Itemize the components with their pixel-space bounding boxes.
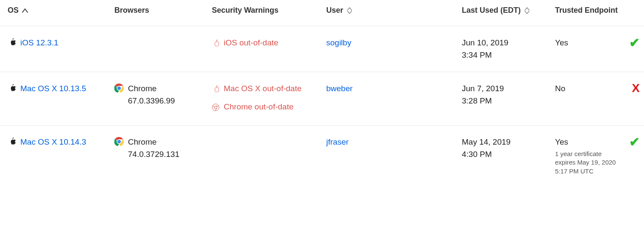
endpoints-table: OS Browsers Security Warnings User (0, 0, 644, 186)
column-header-browsers[interactable]: Browsers (110, 0, 208, 26)
column-header-os[interactable]: OS (0, 0, 110, 26)
os-link[interactable]: Mac OS X 10.13.5 (20, 82, 86, 95)
chrome-outline-icon (212, 102, 219, 115)
apple-outline-icon (212, 84, 219, 96)
table-row: Mac OS X 10.13.5Chrome67.0.3396.99Mac OS… (0, 72, 644, 125)
security-warning-link[interactable]: Mac OS X out-of-date (224, 82, 302, 95)
column-label: Security Warnings (212, 6, 278, 14)
trusted-value: Yes (555, 36, 568, 49)
chrome-icon (114, 84, 124, 96)
column-header-security-warnings[interactable]: Security Warnings (208, 0, 322, 26)
security-warning-link[interactable]: iOS out-of-date (224, 36, 278, 49)
user-link[interactable]: bweber (326, 84, 353, 93)
column-header-last-used[interactable]: Last Used (EDT) (458, 0, 551, 26)
trusted-note: 1 year certificate expires May 19, 2020 … (555, 150, 623, 176)
apple-icon (8, 37, 16, 50)
browser-name: Chrome (128, 136, 180, 148)
last-used-date: Jun 10, 2019 (462, 36, 547, 49)
browser-version: 67.0.3396.99 (128, 95, 175, 107)
os-link[interactable]: iOS 12.3.1 (20, 36, 58, 49)
last-used-date: Jun 7, 2019 (462, 82, 547, 95)
chrome-icon (114, 137, 124, 150)
sort-none-icon (524, 7, 530, 14)
user-link[interactable]: jfraser (326, 137, 349, 146)
check-icon: ✔ (629, 136, 640, 148)
os-link[interactable]: Mac OS X 10.14.3 (20, 136, 86, 148)
last-used-time: 4:30 PM (462, 148, 547, 160)
browser-version: 74.0.3729.131 (128, 148, 180, 160)
user-link[interactable]: sogilby (326, 38, 351, 47)
security-warning-link[interactable]: Chrome out-of-date (224, 101, 294, 113)
last-used-time: 3:34 PM (462, 49, 547, 61)
column-label: Browsers (114, 6, 149, 14)
table-row: Mac OS X 10.14.3Chrome74.0.3729.131jfras… (0, 125, 644, 186)
apple-outline-icon (212, 38, 219, 50)
sort-ascending-icon (22, 8, 28, 13)
last-used-time: 3:28 PM (462, 95, 547, 107)
column-label: Trusted Endpoint (555, 6, 618, 14)
apple-icon (8, 137, 16, 149)
table-row: iOS 12.3.1iOS out-of-datesogilbyJun 10, … (0, 26, 644, 72)
column-label: User (326, 6, 343, 15)
browser-name: Chrome (128, 82, 175, 95)
apple-icon (8, 83, 16, 96)
column-header-user[interactable]: User (322, 0, 458, 26)
sort-none-icon (347, 7, 353, 14)
table-header-row: OS Browsers Security Warnings User (0, 0, 644, 26)
last-used-date: May 14, 2019 (462, 136, 547, 148)
column-label: OS (8, 6, 19, 15)
trusted-value: No (555, 82, 565, 95)
trusted-value: Yes (555, 136, 623, 148)
check-icon: ✔ (629, 36, 640, 49)
column-header-trusted-endpoint[interactable]: Trusted Endpoint (551, 0, 644, 26)
cross-icon: X (632, 82, 640, 94)
column-label: Last Used (EDT) (462, 6, 521, 15)
